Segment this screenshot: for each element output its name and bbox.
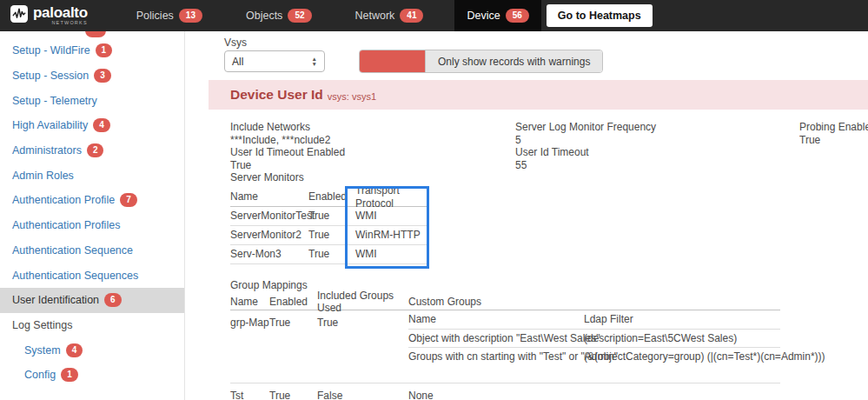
warning-count-badge: 1 (61, 368, 78, 382)
warning-count-badge: 3 (94, 69, 111, 83)
sidebar-item-authentication-sequences[interactable]: Authentication Sequences (0, 263, 184, 288)
warning-count-badge: 1 (96, 43, 113, 57)
column-header-name: Name (230, 296, 269, 309)
warning-count-badge: 7 (120, 193, 137, 207)
cell-name: Object with description "East\West Sales… (408, 332, 584, 345)
sidebar-item-system[interactable]: System 4 (0, 337, 184, 363)
column-header-transport-protocol: Transport Protocol (348, 184, 427, 210)
tab-device-label: Device (467, 10, 500, 22)
tab-policies-badge: 13 (179, 9, 202, 23)
group-mappings-header-row: Name Enabled Included Groups Used Custom… (230, 294, 780, 310)
cell-enabled: True (308, 248, 348, 261)
table-row: Groups with cn starting with "Test" or "… (408, 348, 780, 366)
column-header-enabled: Enabled (269, 296, 317, 309)
server-monitors-header-row: Name Enabled Transport Protocol (230, 189, 427, 207)
sidebar-item-setup-session[interactable]: Setup - Session 3 (0, 63, 184, 89)
tab-network-badge: 41 (400, 9, 423, 23)
sidebar-item-authentication-profiles[interactable]: Authentication Profiles (0, 213, 184, 238)
tab-network-label: Network (355, 10, 395, 22)
paloalto-logo-icon (10, 5, 28, 23)
cell-name: grp-Map (230, 310, 269, 330)
tab-policies[interactable]: Policies 13 (124, 0, 215, 31)
vsys-label: Vsys (224, 37, 247, 49)
sidebar-item-admin-roles[interactable]: Admin Roles (0, 163, 184, 188)
custom-groups-table: Name Ldap Filter Object with description… (408, 310, 780, 383)
tab-policies-label: Policies (136, 10, 174, 22)
warning-count-badge: 2 (87, 143, 104, 157)
vsys-select[interactable]: All ▲▼ (224, 50, 325, 72)
warning-count-badge: 6 (104, 293, 122, 307)
probing-enabled-label: Probing Enabled (799, 121, 868, 134)
tab-network[interactable]: Network 41 (343, 0, 436, 31)
cell-transport: WMI (348, 248, 427, 261)
tab-objects-badge: 52 (288, 9, 311, 23)
table-row: Object with description "East\West Sales… (408, 330, 780, 348)
warning-count-badge: 4 (66, 343, 83, 357)
paloalto-logo: paloalto networks (10, 5, 88, 26)
warning-count-badge: 4 (93, 118, 110, 132)
cell-enabled: True (308, 229, 348, 242)
cell-transport: WMI (348, 210, 427, 223)
column-header-custom-groups: Custom Groups (408, 296, 780, 309)
group-mappings-table: Name Enabled Included Groups Used Custom… (230, 294, 780, 400)
cell-name: Serv-Mon3 (230, 248, 308, 261)
sidebar-item-label: User Identification (12, 294, 99, 306)
cell-name: Tst (230, 383, 269, 400)
record-title: Device User Id (230, 87, 323, 103)
warnings-toggle[interactable] (360, 50, 425, 72)
cell-name: ServerMonitor2 (230, 229, 308, 242)
sidebar-item-user-identification[interactable]: User Identification 6 (0, 288, 184, 313)
sidebar-item-config[interactable]: Config 1 (0, 363, 184, 388)
sidebar-item-label: Setup - Session (12, 70, 89, 82)
select-updown-icon: ▲▼ (312, 57, 317, 65)
cell-custom-groups: None (408, 383, 780, 400)
field-column-middle: Server Log Monitor Frequency 5 User Id T… (515, 121, 656, 171)
field-column-right: Probing Enabled True (799, 121, 868, 146)
main-content: Vsys All ▲▼ Only show records with warni… (185, 31, 868, 400)
cell-ldap-filter: (&(objectCategory=group) (|(cn=Test*)(cn… (584, 350, 825, 363)
record-vsys-subtitle: vsys: vsys1 (328, 91, 376, 102)
cell-name: ServerMonitorTest (230, 210, 308, 223)
sidebar-item-setup-wildfire[interactable]: Setup - WildFire 1 (0, 38, 184, 63)
sidebar: Setup - WildFire 1 Setup - Session 3 Set… (0, 31, 185, 400)
sidebar-item-label: Setup - WildFire (12, 44, 90, 57)
sidebar-item-authentication-sequence[interactable]: Authentication Sequence (0, 238, 184, 263)
logo-sub-text: networks (33, 21, 88, 26)
sidebar-item-label: System (24, 344, 61, 357)
tab-objects[interactable]: Objects 52 (234, 0, 324, 31)
custom-groups-header-row: Name Ldap Filter (408, 310, 780, 330)
logo-brand-text: paloalto (33, 5, 88, 20)
sidebar-item-label: Authentication Profiles (12, 219, 120, 231)
cell-name: Groups with cn starting with "Test" or "… (408, 350, 584, 363)
cell-ldap-filter: (description=East\5CWest Sales) (584, 332, 780, 345)
sidebar-section-log-settings: Log Settings (0, 313, 184, 338)
cell-transport: WinRM-HTTP (348, 229, 427, 242)
record-header-banner: Device User Id vsys: vsys1 (209, 80, 868, 110)
table-row: Serv-Mon3 True WMI (230, 245, 427, 264)
sidebar-item-high-availability[interactable]: High Availability 4 (0, 113, 184, 138)
user-id-timeout-label: User Id Timeout (515, 146, 656, 159)
sidebar-item-label: Administrators (12, 144, 82, 157)
cell-included-groups-used: True (317, 310, 408, 330)
sidebar-item-label: Config (24, 369, 56, 381)
go-to-heatmaps-button[interactable]: Go to Heatmaps (547, 4, 653, 27)
column-header-name: Name (408, 313, 584, 326)
record-details: Include Networks ***Include, ***nclude2 … (185, 110, 868, 400)
sidebar-item-label: Setup - Telemetry (12, 95, 97, 107)
cell-enabled: True (269, 310, 317, 330)
only-show-warnings-button[interactable]: Only show records with warnings (425, 50, 602, 72)
tab-objects-label: Objects (246, 10, 282, 22)
sidebar-item-administrators[interactable]: Administrators 2 (0, 138, 184, 163)
tab-device[interactable]: Device 56 (454, 0, 540, 31)
warnings-filter-group: Only show records with warnings (359, 50, 603, 73)
sidebar-item-setup-telemetry[interactable]: Setup - Telemetry (0, 88, 184, 113)
table-row: ServerMonitor2 True WinRM-HTTP (230, 226, 427, 245)
cell-enabled: True (308, 210, 348, 223)
vsys-select-value: All (232, 56, 243, 68)
server-monitors-table: Name Enabled Transport Protocol ServerMo… (230, 189, 427, 264)
server-monitors-section-label: Server Monitors (230, 171, 868, 184)
table-row: grp-Map True True Name Ldap Filter Objec… (230, 310, 780, 383)
column-header-ldap-filter: Ldap Filter (584, 313, 780, 326)
sidebar-item-authentication-profile[interactable]: Authentication Profile 7 (0, 188, 184, 213)
server-log-monitor-frequency-value: 5 (515, 134, 656, 147)
